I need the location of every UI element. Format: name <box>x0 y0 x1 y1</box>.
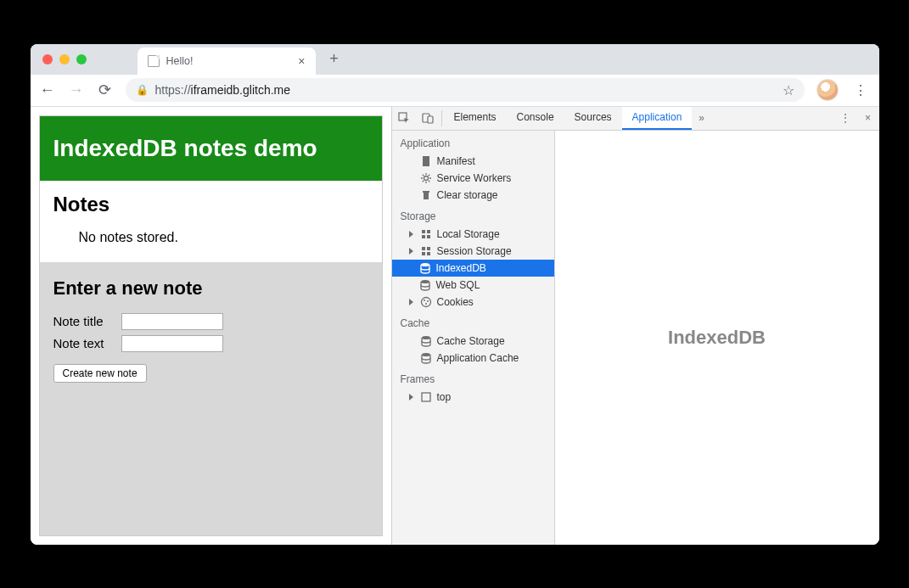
new-tab-button[interactable]: + <box>323 48 346 71</box>
bookmark-star-icon[interactable]: ☆ <box>783 82 794 98</box>
reload-button[interactable]: ⟳ <box>97 81 114 99</box>
sidebar-item-clear-storage[interactable]: Clear storage <box>392 187 554 204</box>
demo-page: IndexedDB notes demo Notes No notes stor… <box>39 115 383 536</box>
svg-point-24 <box>421 280 429 283</box>
svg-rect-17 <box>422 235 425 238</box>
gear-icon <box>420 172 432 184</box>
tab-elements[interactable]: Elements <box>444 107 507 130</box>
group-cache: Cache <box>392 311 554 333</box>
note-text-input[interactable] <box>121 335 223 352</box>
main-placeholder: IndexedDB <box>668 327 766 349</box>
svg-line-12 <box>422 180 423 181</box>
sidebar-item-cache-storage[interactable]: Cache Storage <box>392 333 554 350</box>
devtools-menu-button[interactable]: ⋮ <box>833 112 857 124</box>
back-button[interactable]: ← <box>39 81 56 99</box>
create-note-button[interactable]: Create new note <box>53 364 147 383</box>
svg-line-9 <box>422 174 423 175</box>
group-application: Application <box>392 131 554 153</box>
more-tabs-button[interactable]: » <box>692 107 711 130</box>
device-toolbar-button[interactable] <box>416 107 440 130</box>
svg-rect-20 <box>427 247 430 250</box>
tab-strip: Hello! × + <box>31 44 879 75</box>
sidebar-item-cookies[interactable]: Cookies <box>392 294 554 311</box>
svg-line-10 <box>428 180 429 181</box>
note-form: Enter a new note Note title Note text Cr… <box>40 262 382 535</box>
browser-tab[interactable]: Hello! × <box>137 48 316 75</box>
address-bar[interactable]: 🔒 https://iframeidb.glitch.me ☆ <box>126 78 805 102</box>
svg-rect-14 <box>423 191 429 193</box>
sidebar-item-application-cache[interactable]: Application Cache <box>392 350 554 367</box>
page-title: IndexedDB notes demo <box>40 116 382 181</box>
devtools-close-button[interactable]: × <box>857 112 879 124</box>
database-icon <box>420 352 432 364</box>
tab-sources[interactable]: Sources <box>564 107 622 130</box>
sidebar-item-session-storage[interactable]: Session Storage <box>392 243 554 260</box>
tab-title: Hello! <box>166 55 292 67</box>
expand-icon <box>409 394 413 400</box>
sidebar-item-indexeddb[interactable]: IndexedDB <box>392 260 554 277</box>
trash-icon <box>420 189 432 201</box>
sidebar-item-local-storage[interactable]: Local Storage <box>392 226 554 243</box>
svg-rect-16 <box>427 230 430 233</box>
svg-rect-19 <box>422 247 425 250</box>
svg-rect-13 <box>424 193 429 199</box>
grid-icon <box>420 228 432 240</box>
browser-menu-button[interactable]: ⋮ <box>850 82 871 98</box>
close-tab-button[interactable]: × <box>298 54 305 68</box>
svg-rect-22 <box>427 252 430 255</box>
sidebar-item-service-workers[interactable]: Service Workers <box>392 170 554 187</box>
devtools-main-pane: IndexedDB <box>555 131 879 545</box>
profile-avatar[interactable] <box>816 79 839 101</box>
note-title-input[interactable] <box>121 313 223 330</box>
inspect-element-button[interactable] <box>392 107 416 130</box>
svg-rect-21 <box>422 252 425 255</box>
expand-icon <box>409 231 413 238</box>
form-heading: Enter a new note <box>53 277 368 300</box>
svg-line-11 <box>428 174 429 175</box>
sidebar-item-web-sql[interactable]: Web SQL <box>392 277 554 294</box>
tab-console[interactable]: Console <box>507 107 564 130</box>
svg-rect-15 <box>422 230 425 233</box>
group-frames: Frames <box>392 367 554 389</box>
svg-point-4 <box>424 176 428 180</box>
sidebar-item-manifest[interactable]: Manifest <box>392 153 554 170</box>
content-area: IndexedDB notes demo Notes No notes stor… <box>31 107 879 545</box>
lock-icon: 🔒 <box>136 84 149 96</box>
grid-icon <box>420 245 432 257</box>
page-icon <box>148 55 160 67</box>
notes-heading: Notes <box>53 193 368 216</box>
tab-application[interactable]: Application <box>622 107 693 130</box>
empty-message: No notes stored. <box>79 230 368 245</box>
minimize-window-button[interactable] <box>59 54 70 64</box>
url-text: https://iframeidb.glitch.me <box>155 83 776 97</box>
expand-icon <box>409 299 413 305</box>
maximize-window-button[interactable] <box>76 54 87 64</box>
devtools-body: Application Manifest Service Workers <box>392 131 879 545</box>
frame-icon <box>420 391 432 403</box>
devtools-panel: Elements Console Sources Application » ⋮… <box>391 107 879 545</box>
page-viewport: IndexedDB notes demo Notes No notes stor… <box>31 107 391 545</box>
svg-point-25 <box>421 297 430 306</box>
devtools-tabbar: Elements Console Sources Application » ⋮… <box>392 107 879 131</box>
svg-point-27 <box>427 300 429 302</box>
group-storage: Storage <box>392 204 554 226</box>
browser-window: Hello! × + ← → ⟳ 🔒 https://iframeidb.gli… <box>31 44 879 545</box>
cookie-icon <box>420 296 432 308</box>
svg-point-29 <box>422 336 430 339</box>
application-sidebar: Application Manifest Service Workers <box>392 131 555 545</box>
svg-point-28 <box>425 303 427 305</box>
expand-icon <box>409 248 413 255</box>
window-controls <box>42 54 87 64</box>
close-window-button[interactable] <box>42 54 53 64</box>
file-icon <box>420 155 432 167</box>
svg-rect-31 <box>422 393 430 401</box>
svg-rect-2 <box>428 116 433 123</box>
forward-button[interactable]: → <box>68 81 85 99</box>
notes-section: Notes No notes stored. <box>40 181 382 262</box>
svg-rect-3 <box>423 156 429 166</box>
database-icon <box>419 279 431 291</box>
sidebar-item-top-frame[interactable]: top <box>392 389 554 406</box>
svg-point-23 <box>421 263 429 266</box>
svg-point-30 <box>422 353 430 356</box>
svg-rect-18 <box>427 235 430 238</box>
